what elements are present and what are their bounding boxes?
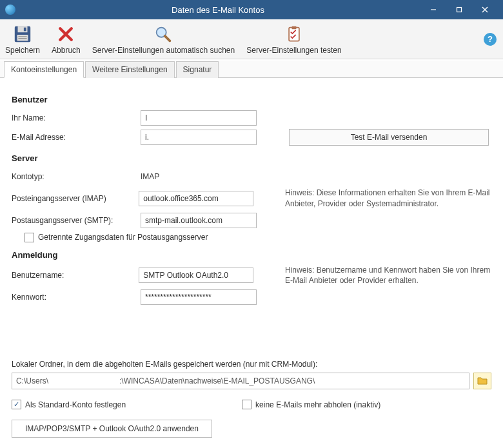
floppy-icon [12,24,33,44]
cancel-button[interactable]: Abbruch [52,24,81,55]
name-input[interactable] [141,110,257,126]
svg-rect-1 [457,8,462,12]
footer-block: Lokaler Ordner, in dem die abgeholten E-… [12,360,491,438]
name-label: Ihr Name: [12,113,141,122]
svg-rect-7 [17,34,28,40]
window-title: Daten des E-Mail Kontos [15,5,420,15]
save-button[interactable]: Speichern [5,24,40,55]
send-test-email-button[interactable]: Test E-Mail versenden [289,129,489,146]
close-button[interactable] [472,0,498,19]
separate-creds-checkbox[interactable] [25,233,34,242]
password-label: Kennwort: [12,293,141,302]
test-button[interactable]: Server-Einstellungen testen [246,24,341,55]
apply-oauth-button[interactable]: IMAP/POP3/SMTP + Outlook OAuth2.0 anwend… [12,420,212,438]
no-fetch-label: keine E-Mails mehr abholen (inaktiv) [255,400,380,409]
tab-content: Benutzer Ihr Name: E-Mail Adresse: Test … [0,78,503,317]
section-server: Server [12,153,491,163]
default-account-checkbox[interactable] [12,400,21,409]
username-label: Benutzername: [12,271,139,280]
incoming-input[interactable] [139,191,253,206]
outgoing-input[interactable] [141,213,257,228]
svg-line-13 [165,35,170,41]
tab-signature[interactable]: Signatur [176,61,219,78]
svg-rect-15 [291,26,296,28]
tab-account-settings[interactable]: Kontoeinstellungen [4,61,84,78]
help-icon[interactable]: ? [484,33,497,46]
separate-creds-label: Getrennte Zugangsdaten für Postausgangss… [38,233,208,242]
tab-bar: Kontoeinstellungen Weitere Einstellungen… [0,61,503,78]
tab-more-settings[interactable]: Weitere Einstellungen [85,61,175,78]
outgoing-label: Postausgangsserver (SMTP): [12,216,141,225]
toolbar: Speichern Abbruch Server-Einstellungen a… [0,19,503,59]
browse-folder-button[interactable] [473,373,491,389]
cancel-icon [55,24,76,44]
test-label: Server-Einstellungen testen [246,46,341,55]
account-type-value: IMAP [141,172,257,181]
clipboard-check-icon [284,24,304,44]
autodetect-label: Server-Einstellungen automatisch suchen [92,46,235,55]
no-fetch-checkbox[interactable] [242,400,252,409]
auth-hint: Hinweis: Benutzername und Kennwort haben… [285,265,491,287]
email-input[interactable] [141,130,257,145]
save-label: Speichern [5,46,40,55]
minimize-button[interactable] [420,0,446,19]
section-auth: Anmeldung [12,250,491,260]
email-label: E-Mail Adresse: [12,133,141,142]
username-input[interactable] [139,268,253,283]
server-hint: Hinweis: Diese Informationen erhalten Si… [285,188,491,209]
svg-rect-14 [289,27,299,41]
default-account-label: Als Standard-Konto festlegen [25,400,126,409]
section-user: Benutzer [12,95,491,104]
account-type-label: Kontotyp: [12,172,141,181]
app-icon [5,5,15,15]
titlebar: Daten des E-Mail Kontos [0,0,503,19]
maximize-button[interactable] [446,0,472,19]
password-input[interactable] [141,289,257,305]
autodetect-button[interactable]: Server-Einstellungen automatisch suchen [92,24,235,55]
folder-icon [477,376,488,387]
magnifier-icon [153,24,173,44]
svg-rect-6 [24,27,26,31]
local-folder-input[interactable] [12,373,469,389]
incoming-label: Posteingangsserver (IMAP) [12,194,139,203]
cancel-label: Abbruch [52,46,81,55]
local-folder-label: Lokaler Ordner, in dem die abgeholten E-… [12,360,491,369]
